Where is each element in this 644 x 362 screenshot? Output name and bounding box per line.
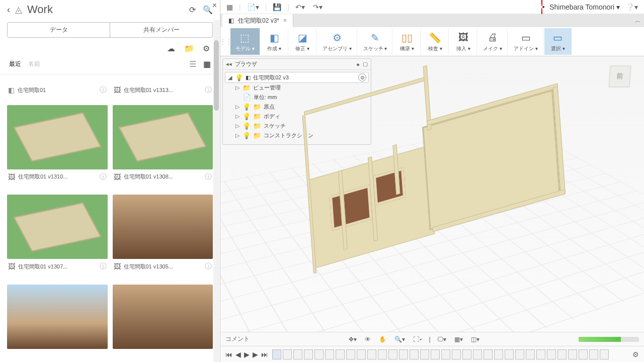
bulb-icon[interactable]: 💡 [243, 113, 251, 120]
close-panel-icon[interactable]: × [212, 1, 217, 10]
sort-name[interactable]: 名前 [28, 60, 40, 68]
folder-icon: 📁 [253, 113, 261, 120]
document-icon: 📄 [243, 94, 251, 101]
fit-icon[interactable]: ⛶▾ [412, 336, 424, 343]
new-folder-icon[interactable]: 📁 [184, 44, 194, 53]
timeline-settings-icon[interactable]: ⚙ [632, 350, 639, 358]
folder-icon: 📁 [243, 84, 251, 92]
project-title: Work [27, 3, 184, 16]
browser-title: ブラウザ [235, 60, 257, 68]
redo-icon[interactable]: ↷▾ [311, 3, 325, 11]
scrollbar[interactable] [213, 20, 219, 362]
timeline-prev-icon[interactable]: ◀ [235, 350, 241, 358]
expand-icon[interactable]: ▷ [235, 113, 240, 120]
ribbon-toolbar: ⋮⋮ ⬚モデル ▾ ◧作成 ▾ ◪修正 ▾ ⚙アセンブリ ▾ ✎スケッチ ▾ ▯… [220, 27, 644, 56]
progress-bar [579, 337, 639, 342]
viewport[interactable]: ◂◂ ブラウザ ● ▢ ◢ 💡 ◧ 住宅間取02 v3 ⚙ ▷📁ビュー管理 📄単… [220, 56, 644, 362]
apps-icon[interactable]: ▦ [224, 3, 235, 11]
pan-icon[interactable]: ✋ [377, 336, 388, 343]
make-button[interactable]: 🖨メイク ▾ [478, 28, 508, 55]
assembly-button[interactable]: ⚙アセンブリ ▾ [317, 28, 357, 55]
sort-recent[interactable]: 最近 [9, 60, 21, 68]
bulb-icon[interactable]: 💡 [243, 132, 251, 139]
timeline-play-icon[interactable]: ▶ [244, 350, 250, 358]
viewcube-face[interactable]: 前 [609, 65, 631, 87]
user-menu[interactable]: Shimebara Tomonori ▾ [549, 3, 620, 11]
thumbnail-grid: ◧住宅間取01ⓘ 🖼住宅間取01 v1313...ⓘ 🖼住宅間取01 v1310… [0, 74, 220, 362]
file-tab[interactable]: ◧ 住宅間取02 v3* × [222, 14, 293, 27]
thumbnail[interactable]: 🖼住宅間取01 v1310...ⓘ [7, 105, 108, 191]
sketch-button[interactable]: ✎スケッチ ▾ [358, 28, 393, 55]
create-button[interactable]: ◧作成 ▾ [261, 28, 288, 55]
expand-icon[interactable]: ▷ [235, 84, 240, 91]
construct-button[interactable]: ▯▯構築 ▾ [393, 28, 421, 55]
select-button[interactable]: ▭選択 ▾ [544, 28, 572, 55]
image-icon: 🖼 [8, 262, 15, 270]
component-icon: ◧ [8, 86, 15, 94]
comment-label[interactable]: コメント [225, 335, 250, 343]
viewport-icon[interactable]: ◫▾ [469, 336, 481, 343]
grid-icon[interactable]: ▦▾ [453, 336, 464, 343]
gear-icon[interactable]: ⚙ [203, 44, 210, 53]
tab-data[interactable]: データ [7, 22, 110, 38]
look-icon[interactable]: 👁 [363, 336, 372, 343]
grid-view-icon[interactable]: ▦ [203, 59, 211, 69]
info-icon[interactable]: ⓘ [100, 172, 107, 182]
info-icon[interactable]: ⓘ [205, 172, 212, 182]
folder-icon: 📁 [253, 132, 261, 139]
orbit-icon[interactable]: ✥▾ [347, 336, 358, 343]
image-icon: 🖼 [114, 86, 121, 94]
component-icon: ◧ [228, 17, 234, 24]
addin-button[interactable]: ▭アドイン ▾ [509, 28, 543, 55]
refresh-icon[interactable]: ⟳ [189, 5, 196, 15]
insert-button[interactable]: 🖼挿入 ▾ [450, 28, 477, 55]
bulb-icon[interactable]: 💡 [243, 103, 251, 111]
undo-icon[interactable]: ↶▾ [293, 3, 307, 11]
display-icon[interactable]: 🖵▾ [436, 336, 448, 343]
data-panel: × ‹ ◬ Work ⟳ 🔍 データ 共有メンバー ☁ 📁 ⚙ 最近 名前 ☰ … [0, 0, 220, 362]
back-icon[interactable]: ‹ [7, 5, 10, 15]
modify-button[interactable]: ◪修正 ▾ [289, 28, 316, 55]
help-icon[interactable]: ❔▾ [624, 3, 640, 11]
timeline-steps[interactable] [272, 349, 628, 359]
image-icon: 🖼 [8, 173, 15, 181]
timeline-start-icon[interactable]: ⏮ [225, 350, 232, 358]
expand-icon[interactable]: ◢ [227, 74, 232, 81]
search-icon[interactable]: 🔍 [203, 5, 213, 15]
thumbnail[interactable] [113, 285, 213, 357]
timeline-end-icon[interactable]: ⏭ [261, 350, 268, 358]
thumbnail[interactable] [7, 285, 108, 357]
upload-icon[interactable]: ☁ [167, 44, 175, 53]
list-item[interactable]: 🖼住宅間取01 v1313...ⓘ [113, 79, 213, 101]
info-icon[interactable]: ⓘ [205, 262, 212, 271]
browser-collapse-icon[interactable]: ◂◂ [226, 61, 232, 67]
expand-icon[interactable]: ▷ [235, 132, 240, 139]
thumbnail[interactable]: 🖼住宅間取01 v1307...ⓘ [7, 195, 108, 281]
new-icon[interactable]: 📄▾ [245, 3, 261, 11]
bulb-icon[interactable]: 💡 [235, 74, 243, 81]
ribbon-grip[interactable]: ⋮⋮ [222, 28, 229, 55]
tab-shared[interactable]: 共有メンバー [110, 22, 213, 38]
timeline-next-icon[interactable]: ▶ [253, 350, 258, 358]
viewcube[interactable]: 前 [605, 61, 635, 92]
image-icon: 🖼 [114, 173, 121, 181]
zoom-icon[interactable]: 🔍▾ [393, 336, 407, 343]
inspect-button[interactable]: 📏検査 ▾ [422, 28, 449, 55]
collapse-ribbon-icon[interactable]: ︿ [632, 14, 644, 27]
thumbnail[interactable]: 🖼住宅間取01 v1305...ⓘ [113, 195, 213, 281]
model [280, 61, 602, 293]
expand-icon[interactable]: ▷ [235, 123, 240, 129]
close-tab-icon[interactable]: × [283, 17, 287, 24]
save-icon[interactable]: 💾 [271, 3, 283, 11]
list-item[interactable]: ◧住宅間取01ⓘ [7, 79, 108, 101]
image-icon: 🖼 [114, 262, 121, 270]
expand-icon[interactable]: ▷ [235, 104, 240, 110]
thumbnail[interactable]: 🖼住宅間取01 v1308...ⓘ [113, 105, 213, 191]
bulb-icon[interactable]: 💡 [243, 122, 251, 130]
info-icon[interactable]: ⓘ [100, 85, 107, 95]
info-icon[interactable]: ⓘ [100, 262, 107, 271]
info-icon[interactable]: ⓘ [205, 85, 212, 95]
list-view-icon[interactable]: ☰ [189, 59, 196, 69]
model-button[interactable]: ⬚モデル ▾ [230, 28, 260, 55]
component-icon: ◧ [246, 74, 251, 81]
